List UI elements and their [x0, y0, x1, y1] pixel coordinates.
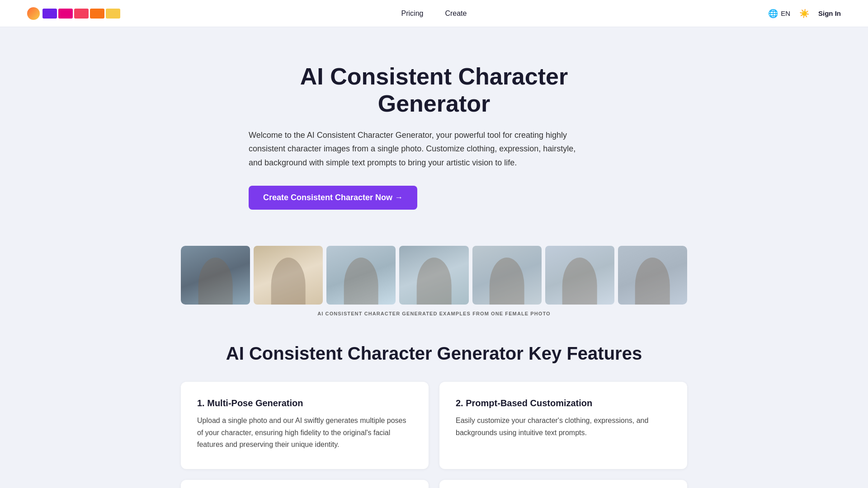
logo-bar-pink	[58, 9, 73, 19]
logo-bar-red	[74, 9, 89, 19]
feature-2-description: Easily customize your character's clothi…	[456, 415, 671, 439]
language-selector[interactable]: 🌐 EN	[768, 9, 790, 19]
language-label: EN	[781, 9, 790, 17]
feature-card-2: 2. Prompt-Based Customization Easily cus…	[439, 382, 687, 469]
feature-1-title: 1. Multi-Pose Generation	[197, 398, 412, 408]
gallery-image-2	[254, 246, 323, 305]
nav-create[interactable]: Create	[445, 9, 467, 18]
hero-title: AI Consistent Character Generator	[249, 63, 619, 117]
globe-icon: 🌐	[768, 9, 778, 19]
features-section: AI Consistent Character Generator Key Fe…	[163, 343, 705, 488]
gallery-caption: AI CONSISTENT CHARACTER GENERATED EXAMPL…	[181, 311, 687, 316]
nav-center: Pricing Create	[401, 9, 467, 18]
feature-card-3-partial	[181, 480, 429, 488]
gallery-strip	[181, 246, 687, 305]
hero-description: Welcome to the AI Consistent Character G…	[249, 128, 583, 170]
navbar: Pricing Create 🌐 EN ☀️ Sign In	[0, 0, 868, 27]
gallery-image-4	[399, 246, 468, 305]
features-title: AI Consistent Character Generator Key Fe…	[181, 343, 687, 364]
feature-card-1: 1. Multi-Pose Generation Upload a single…	[181, 382, 429, 469]
logo-bar-orange	[90, 9, 104, 19]
theme-toggle-icon[interactable]: ☀️	[799, 9, 809, 19]
feature-1-description: Upload a single photo and our AI swiftly…	[197, 415, 412, 450]
feature-2-title: 2. Prompt-Based Customization	[456, 398, 671, 408]
gallery-image-5	[472, 246, 542, 305]
gallery-image-6	[545, 246, 614, 305]
gallery-image-3	[326, 246, 396, 305]
feature-card-4-partial	[439, 480, 687, 488]
gallery-image-7	[618, 246, 687, 305]
gallery-section: AI CONSISTENT CHARACTER GENERATED EXAMPL…	[163, 246, 705, 316]
features-grid: 1. Multi-Pose Generation Upload a single…	[181, 382, 687, 469]
logo-bars	[42, 9, 120, 19]
features-grid-bottom	[181, 480, 687, 488]
nav-pricing[interactable]: Pricing	[401, 9, 424, 18]
logo-bar-purple	[42, 9, 57, 19]
logo[interactable]	[27, 7, 120, 20]
logo-bar-yellow	[106, 9, 120, 19]
logo-circle-icon	[27, 7, 40, 20]
nav-right: 🌐 EN ☀️ Sign In	[768, 9, 841, 19]
sign-in-button[interactable]: Sign In	[818, 9, 841, 17]
gallery-image-1	[181, 246, 250, 305]
hero-section: AI Consistent Character Generator Welcom…	[0, 27, 868, 228]
cta-button[interactable]: Create Consistent Character Now →	[249, 186, 417, 210]
